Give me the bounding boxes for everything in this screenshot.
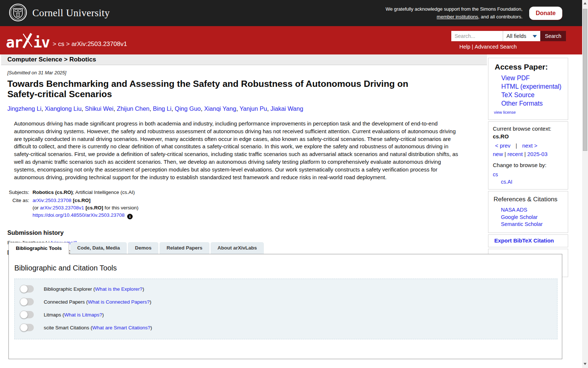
tab-demos[interactable]: Demos <box>128 242 158 254</box>
member-institutions-link[interactable]: member institutions <box>437 14 478 20</box>
doi-link[interactable]: https://doi.org/10.48550/arXiv.2503.2370… <box>33 212 125 218</box>
browse-context-value: cs.RO <box>493 133 565 140</box>
arxiv-banner: ar iv > cs > arXiv:2503.23708v1 All fiel… <box>0 26 588 54</box>
scrollbar-thumb[interactable] <box>583 9 587 151</box>
view-pdf-link[interactable]: View PDF <box>501 75 565 82</box>
prev-next-divider: | <box>510 142 522 149</box>
info-icon[interactable]: i <box>127 214 133 219</box>
tab-related-papers[interactable]: Related Papers <box>159 242 209 254</box>
version-class: [cs.RO] <box>86 205 103 210</box>
help-link[interactable]: Help <box>459 44 470 50</box>
authors-list: Jingzheng LiXianglong LiuShikui WeiZhiju… <box>7 105 474 112</box>
author-link[interactable]: Xianglong Liu <box>45 105 82 112</box>
secondary-subjects: ; Artificial Intelligence (cs.AI) <box>73 190 135 195</box>
browse-cs-link[interactable]: cs <box>493 171 498 177</box>
cornell-university-label: Cornell University <box>32 7 110 19</box>
cornell-brand[interactable]: Cornell University <box>9 3 110 23</box>
browse-csai-link[interactable]: cs.AI <box>501 179 512 185</box>
scrollbar-up-arrow-icon[interactable] <box>584 2 587 4</box>
author-link[interactable]: Xianqi Yang <box>204 105 236 112</box>
chevron-down-icon: ▼ <box>531 33 538 39</box>
what-is-explorer-link[interactable]: What is the Explorer? <box>95 286 143 292</box>
tab-code-data-media[interactable]: Code, Data, Media <box>70 242 127 254</box>
help-sep: | <box>470 44 475 50</box>
tab-bibliographic-tools[interactable]: Bibliographic Tools <box>8 242 69 254</box>
google-scholar-link[interactable]: Google Scholar <box>501 214 565 221</box>
arxiv-id-link[interactable]: arXiv:2503.23708 <box>33 198 72 203</box>
author-link[interactable]: Yanjun Pu <box>240 105 267 112</box>
new-link[interactable]: new <box>493 151 503 157</box>
search-help-row: Help|Advanced Search <box>459 44 566 50</box>
author-link[interactable]: Jingzheng Li <box>7 105 42 112</box>
scrollbar-down-arrow-icon[interactable] <box>584 363 587 365</box>
what-is-connected-papers-link[interactable]: What is Connected Papers? <box>88 299 150 305</box>
references-citations-box: References & Citations NASA ADS Google S… <box>488 191 568 233</box>
tex-source-link[interactable]: TeX Source <box>501 92 565 99</box>
toggle-scite[interactable] <box>20 324 34 331</box>
toggle-knob <box>20 298 28 306</box>
toggle-knob <box>20 311 28 319</box>
breadcrumb-paper-id[interactable]: arXiv:2503.23708v1 <box>71 40 127 47</box>
next-link[interactable]: next > <box>522 142 537 149</box>
recent-link[interactable]: recent <box>508 151 523 157</box>
citation-tools-group: Bibliographic Explorer What is the Explo… <box>14 279 557 339</box>
sidebar: Access Paper: View PDF HTML (experimenta… <box>488 58 568 279</box>
semantic-scholar-link[interactable]: Semantic Scholar <box>501 221 565 228</box>
paper-abstract-page: [Submitted on 31 Mar 2025] Towards Bench… <box>0 65 482 255</box>
arxiv-logo-chi-icon <box>22 32 33 50</box>
search-field-value: All fields <box>506 33 526 39</box>
author-link[interactable]: Zhijun Chen <box>117 105 150 112</box>
cite-as-label: Cite as: <box>9 196 33 220</box>
prev-link[interactable]: < prev <box>495 142 510 149</box>
nasa-ads-link[interactable]: NASA ADS <box>501 206 565 214</box>
toggle-litmaps[interactable] <box>20 311 34 318</box>
author-link[interactable]: Jiakai Wang <box>270 105 303 112</box>
submission-history-heading: Submission history <box>7 229 482 236</box>
breadcrumb-sep: > <box>53 40 56 47</box>
arxiv-id-class: [cs.RO] <box>73 198 90 203</box>
donate-button[interactable]: Donate <box>529 7 562 20</box>
cite-as-row: Cite as: arXiv:2503.23708 [cs.RO] (or ar… <box>9 196 139 220</box>
toggle-bibliographic-explorer[interactable] <box>20 285 34 293</box>
tab-about-arxivlabs[interactable]: About arXivLabs <box>211 242 264 254</box>
what-is-litmaps-link[interactable]: What is Litmaps? <box>64 312 103 318</box>
connected-papers-row: Connected Papers What is Connected Paper… <box>20 298 557 305</box>
author-link[interactable]: Shikui Wei <box>85 105 114 112</box>
references-heading: References & Citations <box>494 196 565 203</box>
breadcrumb-cs-link[interactable]: cs <box>58 40 64 47</box>
advanced-search-link[interactable]: Advanced Search <box>475 44 517 50</box>
toggle-connected-papers[interactable] <box>20 298 34 305</box>
author-link[interactable]: Qing Guo <box>175 105 201 112</box>
arxiv-logo[interactable]: ar iv <box>6 32 49 50</box>
search-button[interactable]: Search <box>540 31 566 41</box>
arxiv-version-link[interactable]: arXiv:2503.23708v1 <box>40 205 84 210</box>
support-text-post: , and all contributors. <box>478 14 523 20</box>
arxiv-logo-iv: iv <box>33 35 49 50</box>
search-input[interactable] <box>451 31 503 41</box>
search-field-select[interactable]: All fields ▼ <box>503 31 540 41</box>
subjects-row: Subjects: Robotics (cs.RO); Artificial I… <box>9 188 139 196</box>
scrollbar-track[interactable] <box>582 0 588 368</box>
what-are-smart-citations-link[interactable]: What are Smart Citations? <box>92 325 150 330</box>
primary-subject: Robotics (cs.RO) <box>33 190 73 195</box>
bibliographic-explorer-row: Bibliographic Explorer What is the Explo… <box>20 285 557 293</box>
export-bibtex-box: Export BibTeX Citation <box>488 234 568 247</box>
breadcrumb-sep2: > <box>66 40 70 47</box>
submitted-date: [Submitted on 31 Mar 2025] <box>7 70 482 75</box>
month-link[interactable]: 2025-03 <box>527 151 548 157</box>
category-breadcrumb: Computer Science > Robotics <box>1 54 487 65</box>
html-experimental-link[interactable]: HTML (experimental) <box>501 83 565 90</box>
export-bibtex-link[interactable]: Export BibTeX Citation <box>494 237 554 244</box>
breadcrumb: > cs > arXiv:2503.23708v1 <box>53 40 127 50</box>
change-browse-label: Change to browse by: <box>493 162 565 169</box>
access-paper-heading: Access Paper: <box>495 63 565 71</box>
version-post: for this version) <box>103 205 139 210</box>
paper-metadata: Subjects: Robotics (cs.RO); Artificial I… <box>9 188 139 220</box>
arxiv-logo-ar: ar <box>6 35 22 50</box>
author-link[interactable]: Bing Li <box>153 105 171 112</box>
support-acknowledgement: We gratefully acknowledge support from t… <box>376 6 523 20</box>
bibliographic-tools-heading: Bibliographic and Citation Tools <box>14 264 562 272</box>
other-formats-link[interactable]: Other Formats <box>501 100 565 107</box>
support-text-pre: We gratefully acknowledge support from t… <box>386 6 523 12</box>
view-license-link[interactable]: view license <box>494 110 516 114</box>
